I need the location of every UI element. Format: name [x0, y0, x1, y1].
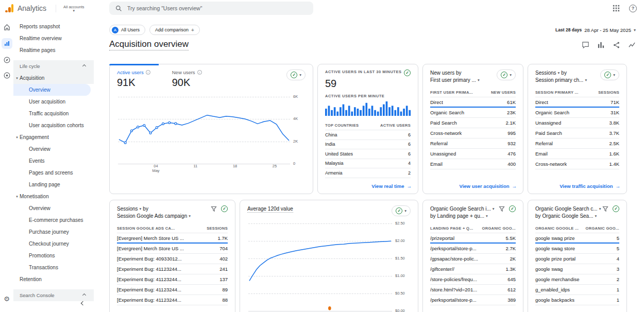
check-circle-icon[interactable]: ✓	[404, 70, 411, 76]
dimension-selector[interactable]: Session Google Ads campaign ▾	[117, 213, 191, 220]
table-row: United States6	[325, 149, 411, 159]
metric-tab-active-users[interactable]: Active usersi 91K	[117, 70, 150, 89]
reports-icon[interactable]	[2, 38, 12, 49]
insights-status-dropdown[interactable]: ✓ ▾	[286, 70, 306, 80]
sidebar-item-traffic-acquisition[interactable]: Traffic acquisition	[13, 108, 94, 119]
column-header: SESSION GOOGLE ADS CA...	[117, 226, 175, 231]
sidebar-item-transactions[interactable]: Transactions	[13, 262, 94, 273]
sidebar-item-label: Monetisation	[20, 194, 49, 199]
insights-status-dropdown[interactable]: ✓ ▾	[497, 70, 516, 80]
share-icon[interactable]	[613, 41, 620, 49]
x-tick: 25	[273, 164, 277, 169]
home-icon[interactable]	[3, 23, 11, 31]
search-placeholder: Try searching "Users overview"	[127, 5, 202, 11]
sidebar-item-overview[interactable]: Overview	[13, 143, 94, 155]
sidebar-collapse-button[interactable]	[79, 300, 87, 307]
sidebar-item-landing-page[interactable]: Landing page	[13, 179, 94, 190]
sidebar-item-user-acquisition-cohorts[interactable]: User acquisition cohorts	[13, 119, 94, 131]
insights-icon[interactable]	[628, 41, 636, 49]
filter-icon[interactable]	[211, 206, 217, 212]
table-row: Referral932	[430, 138, 516, 149]
row-label: [Experiment Bug: 41123244...	[117, 297, 181, 303]
advertising-icon[interactable]	[3, 71, 11, 80]
row-value: 645	[507, 276, 516, 282]
info-icon[interactable]: i	[146, 70, 150, 75]
help-icon[interactable]: ?	[629, 5, 637, 12]
metric-selector[interactable]: Organic Google Search c... ▾	[535, 205, 601, 213]
all-users-segment-pill[interactable]: A All Users	[109, 25, 145, 35]
insights-status-dropdown[interactable]: ✓ ▾	[392, 205, 411, 216]
metric-selector[interactable]: Sessions ▾ by	[535, 70, 587, 77]
metric-value: 91K	[117, 77, 150, 89]
filter-icon[interactable]	[602, 206, 608, 212]
report-actions	[582, 41, 636, 49]
sidebar-item-label: Pages and screens	[29, 170, 73, 176]
dimension-selector[interactable]: by Landing page + qu... ▾	[430, 213, 495, 220]
date-range-picker[interactable]: Last 28 days 28 Apr - 25 May 2025 ▾	[555, 27, 636, 33]
arrow-right-icon: →	[512, 183, 517, 189]
apps-grid-icon[interactable]	[613, 5, 620, 12]
dimension-selector[interactable]: First user primary ... ▾	[430, 77, 480, 84]
table-row: [Experiment Bug: 41123244...89	[117, 285, 228, 295]
table-row: China6	[325, 130, 411, 140]
page-title: Acquisition overview	[109, 39, 189, 49]
sidebar-item-label: Reports snapshot	[20, 24, 60, 29]
check-circle-icon[interactable]: ✓	[221, 205, 228, 212]
caret-down-icon: ▾	[493, 205, 495, 213]
check-circle-icon: ✓	[396, 207, 402, 214]
sidebar-item-promotions[interactable]: Promotions	[13, 250, 94, 262]
admin-gear-icon[interactable]: ⚙	[4, 295, 10, 303]
dimension-selector[interactable]: by Organic Google Sea... ▾	[535, 213, 601, 220]
check-circle-icon[interactable]: ✓	[509, 205, 516, 212]
sidebar-item-realtime-overview[interactable]: Realtime overview	[13, 32, 94, 44]
explore-icon[interactable]	[3, 56, 11, 64]
metric-tab-new-users[interactable]: New usersi 90K	[172, 70, 202, 89]
view-user-acquisition-link[interactable]: View user acquisition →	[460, 183, 517, 189]
info-icon[interactable]: i	[197, 70, 202, 75]
column-header: FIRST USER PRIMA...	[430, 90, 473, 95]
add-comparison-button[interactable]: Add comparison +	[149, 25, 200, 35]
sidebar-item-user-acquisition[interactable]: User acquisition	[13, 96, 94, 108]
sidebar-item-realtime-pages[interactable]: Realtime pages	[13, 44, 94, 56]
table-row: /prizeportal5.5K	[430, 233, 516, 244]
account-switcher[interactable]: All accounts ▾	[56, 5, 84, 12]
sidebar-item-engagement[interactable]: ▾Engagement	[13, 131, 94, 143]
table-row: /gpsapac/store-polic...2K	[430, 254, 516, 264]
metric-selector[interactable]: Organic Google Search i... ▾	[430, 205, 495, 213]
feedback-icon[interactable]	[582, 41, 589, 49]
page-title-text: Acquisition overview	[109, 39, 189, 50]
sidebar-item-life-cycle[interactable]: Life cycle	[13, 60, 94, 72]
search-bar[interactable]: Try searching "Users overview"	[109, 2, 313, 15]
metric-selector[interactable]: Sessions ▾ by	[117, 205, 191, 213]
sidebar-item-label: Life cycle	[20, 63, 40, 69]
check-circle-icon[interactable]: ✓	[613, 205, 619, 212]
analytics-logo[interactable]: Analytics	[0, 4, 46, 12]
sidebar-item-reports-snapshot[interactable]: Reports snapshot	[13, 21, 94, 32]
column-header: SESSION PRIMARY ...	[535, 90, 579, 95]
dimension-selector[interactable]: Session primary ch... ▾	[535, 77, 587, 84]
table-row: google swag store5	[535, 244, 619, 254]
filter-icon[interactable]	[499, 206, 505, 212]
table-row: Unassigned476	[430, 149, 516, 159]
view-real-time-link[interactable]: View real time →	[371, 183, 412, 189]
sidebar-item-monetisation[interactable]: ▾Monetisation	[13, 190, 94, 202]
sidebar-item-events[interactable]: Events	[13, 155, 94, 167]
row-label: Unassigned	[535, 120, 561, 126]
sidebar-item-pages-and-screens[interactable]: Pages and screens	[13, 167, 94, 179]
sidebar-item-acquisition[interactable]: ▾Acquisition	[13, 72, 94, 84]
sidebar-item-retention[interactable]: Retention	[13, 273, 94, 285]
caret-down-icon: ▾	[73, 9, 75, 12]
sidebar-item-purchase-journey[interactable]: Purchase journey	[13, 226, 94, 238]
by-label: by	[430, 213, 436, 220]
customise-report-icon[interactable]	[597, 41, 605, 49]
sidebar-item-overview[interactable]: Overview	[13, 202, 94, 214]
sidebar-item-e-commerce-purchases[interactable]: E-commerce purchases	[13, 214, 94, 226]
insights-status-dropdown[interactable]: ✓ ▾	[600, 70, 619, 80]
realtime-card: ACTIVE USERS IN LAST 30 MINUTES ✓ 59 ACT…	[317, 64, 418, 194]
sidebar-item-checkout-journey[interactable]: Checkout journey	[13, 238, 94, 250]
view-traffic-acquisition-link[interactable]: View traffic acquisition →	[560, 183, 620, 189]
row-value: 1.6K	[609, 151, 619, 157]
sidebar-item-overview[interactable]: Overview	[13, 84, 91, 96]
table-row: /perksportal/store-p...2.7K	[430, 244, 516, 254]
chevron-up-icon	[82, 64, 86, 68]
